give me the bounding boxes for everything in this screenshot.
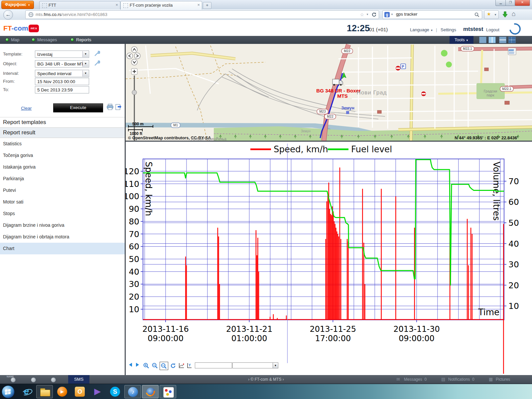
print-icon[interactable] (106, 104, 114, 110)
status-icon-1[interactable] (11, 377, 16, 382)
object-config-icon[interactable] (94, 60, 100, 66)
y-axis-icon[interactable]: Y (186, 362, 193, 369)
sidebar-item-motor-sati[interactable]: Motor sati (0, 196, 125, 208)
interval-select[interactable]: Specified interval▼ (35, 70, 89, 77)
template-config-icon[interactable] (94, 51, 100, 57)
start-button[interactable] (2, 385, 15, 398)
taskbar-app-itunes[interactable]: ♪ (124, 385, 141, 398)
search-bar[interactable]: g ▼ (382, 10, 482, 19)
download-icon[interactable] (502, 11, 508, 18)
place-label-gradski-park: парк (486, 93, 494, 97)
bookmarks-star-icon: ★ (487, 11, 491, 17)
nav-reports[interactable]: Reports (70, 36, 91, 44)
close-button[interactable]: ✕ (515, 0, 530, 6)
url-bar[interactable]: mts.fms.co.rs/service.html?d=601863 ☆ ▼ (25, 10, 379, 19)
search-input[interactable] (395, 11, 466, 17)
chevron-down-icon: ▼ (82, 61, 88, 67)
chevron-down-icon[interactable]: ▼ (366, 11, 369, 19)
bookmarks-button[interactable]: ★ ▼ (484, 10, 499, 19)
taskbar-app-paint[interactable] (160, 385, 176, 398)
status-icon-3[interactable] (51, 377, 56, 382)
layout-single-icon[interactable] (479, 37, 486, 43)
map-panel[interactable]: P M22 M22.1 M22.1 M23 M22 M1 BG 348 UR -… (126, 44, 532, 141)
taskbar-app-file-explorer[interactable] (36, 385, 53, 398)
chart-canvas[interactable]: 1020304050607080901001101201020304050607… (126, 142, 532, 375)
layers-button[interactable] (508, 48, 516, 55)
firefox-menu-button[interactable]: Фајерфокс▼ (1, 1, 34, 9)
from-input[interactable] (35, 78, 89, 85)
taskbar-app-outlook[interactable]: O (71, 385, 88, 398)
zoom-region-button[interactable] (160, 362, 168, 370)
chart-panel: 1020304050607080901001101201020304050607… (126, 142, 532, 375)
to-input[interactable] (35, 86, 89, 93)
sidebar-item-parkiranja[interactable]: Parkiranja (0, 173, 125, 185)
close-tab-icon[interactable]: × (197, 2, 200, 7)
settings-link[interactable]: Settings (441, 27, 456, 32)
sidebar-item-statistics[interactable]: Statistics (0, 138, 125, 150)
nav-messages[interactable]: Messages (32, 36, 57, 44)
chart-dropdown-button[interactable]: ▼ (273, 362, 278, 368)
template-select[interactable]: Izvestaj▼ (35, 51, 89, 58)
tab-ftcom[interactable]: FT-com praćenje vozila × (120, 1, 202, 10)
taskbar-app-windows-media-player[interactable]: ▶ (54, 385, 70, 398)
new-tab-button[interactable]: + (203, 2, 211, 9)
chart-range-input-2[interactable] (232, 362, 273, 368)
sidebar-item-istakanja-goriva[interactable]: Istakanja goriva (0, 161, 125, 173)
home-icon[interactable]: ⌂ (512, 10, 516, 18)
maximize-button[interactable]: ❐ (505, 0, 515, 6)
svg-text:60: 60 (508, 197, 519, 207)
chevron-down-icon[interactable]: ▼ (391, 11, 393, 19)
back-button[interactable]: ← (3, 10, 13, 20)
pan-right-icon[interactable] (135, 362, 140, 367)
chart-range-input-1[interactable] (195, 362, 232, 368)
close-tab-icon[interactable]: × (115, 2, 118, 7)
taskbar-app-media-center[interactable]: ▶ (89, 385, 106, 398)
layout-split-horizontal-ic6on[interactable] (499, 37, 506, 43)
status-notifications[interactable]: Notifications 0 (448, 375, 474, 384)
vehicle-label: MTS (337, 93, 348, 99)
taskbar-app-firefox[interactable] (142, 385, 159, 398)
sms-button[interactable]: SMS (68, 375, 89, 384)
sidebar-item-to-enja-goriva[interactable]: Točenja goriva (0, 150, 125, 161)
bookmark-star-icon[interactable]: ☆ (360, 11, 364, 19)
taskbar-app-skype[interactable]: S (107, 385, 123, 398)
place-label-zemun-small: Земун (301, 129, 311, 133)
layout-split-vertical-icon[interactable] (488, 37, 496, 43)
clear-link[interactable]: Clear (21, 106, 32, 111)
reload-icon[interactable] (371, 12, 377, 17)
sidebar-item-report-result[interactable]: Report result (0, 127, 125, 138)
export-icon[interactable] (115, 103, 122, 111)
zoom-out-icon[interactable] (152, 362, 158, 369)
sidebar-item-dijagram-brzine-i-obrtaja-motora[interactable]: Dijagram brzine i obrtaja motora (0, 231, 125, 243)
status-icon-2[interactable] (31, 377, 36, 382)
minimize-button[interactable]: ▁ (495, 0, 506, 6)
svg-text:30: 30 (508, 260, 519, 269)
logout-link[interactable]: Logout (486, 27, 499, 32)
language-menu[interactable]: Language ▼ (410, 27, 433, 32)
sidebar-item-report-templates[interactable]: Report templates (0, 117, 125, 127)
map-coordinates: N 44° 49.9365' : E 020° 22.8436' (455, 135, 518, 140)
svg-text:50: 50 (129, 254, 139, 264)
status-pictures[interactable]: Pictures (496, 375, 510, 384)
status-messages[interactable]: Messages 0 (404, 375, 427, 384)
search-icon[interactable] (474, 12, 479, 17)
tools-menu[interactable]: Tools ▼ (450, 36, 473, 44)
sidebar-item-putevi[interactable]: Putevi (0, 185, 125, 196)
map-canvas[interactable]: P M22 M22.1 M22.1 M23 M22 M1 BG 348 UR -… (126, 44, 532, 141)
sidebar-item-stops[interactable]: Stops (0, 208, 125, 219)
tab-ftt[interactable]: FTT × (39, 1, 120, 10)
line-chart-icon[interactable] (178, 362, 185, 369)
status-bar: NAME SMS › © FT-com & MTS › ✉ Messages 0… (0, 375, 532, 384)
pan-left-icon[interactable] (128, 362, 133, 367)
object-select[interactable]: BG 348 UR - Boxer MTS▼ (35, 60, 89, 67)
execute-button[interactable]: Execute (53, 103, 103, 112)
taskbar-app-internet-explorer[interactable]: e (19, 385, 35, 398)
sidebar-item-dijagram-brzine-i-nivoa-goriva[interactable]: Dijagram brzine i nivoa goriva (0, 219, 125, 231)
layout-mixed-icon[interactable] (508, 37, 516, 43)
refresh-icon[interactable] (170, 362, 176, 369)
zoom-in-icon[interactable] (143, 362, 150, 369)
sidebar-item-chart[interactable]: Chart (0, 243, 125, 254)
nav-map[interactable]: Map (5, 36, 19, 44)
map-terms-link[interactable]: Услови коришћења (191, 137, 226, 141)
zoom-slider-handle (132, 90, 137, 95)
